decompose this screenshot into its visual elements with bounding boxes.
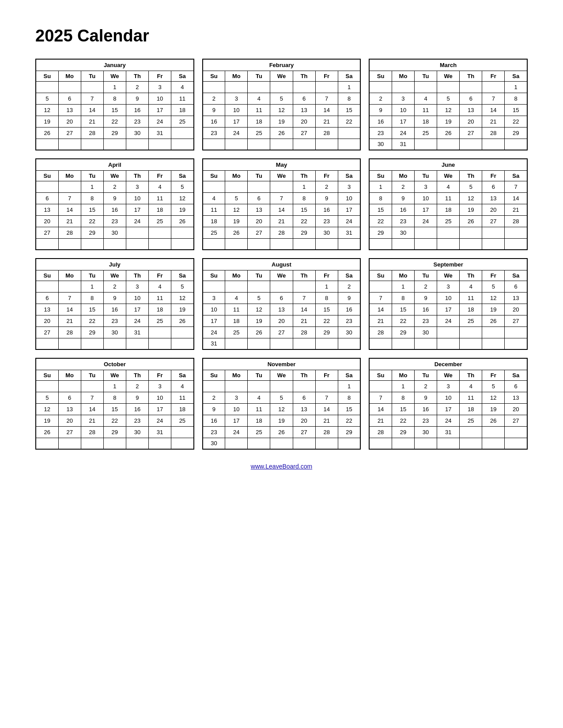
day-cell: 17 bbox=[437, 403, 460, 415]
day-cell: 18 bbox=[148, 204, 171, 215]
day-cell: 9 bbox=[415, 292, 437, 304]
day-cell: 4 bbox=[437, 181, 460, 192]
day-cell: 23 bbox=[203, 127, 225, 139]
day-header-tu: Tu bbox=[81, 71, 103, 81]
day-cell: 20 bbox=[293, 415, 315, 426]
week-row: 23242526272829 bbox=[203, 426, 361, 438]
day-cell bbox=[103, 338, 126, 349]
day-cell: 29 bbox=[315, 326, 338, 338]
day-cell: 1 bbox=[81, 281, 103, 292]
week-row: 1 bbox=[369, 81, 527, 93]
day-cell: 8 bbox=[103, 392, 126, 403]
week-row: 1234 bbox=[36, 380, 194, 392]
day-cell: 16 bbox=[126, 403, 148, 415]
day-header-sa: Sa bbox=[171, 170, 194, 181]
footer-link[interactable]: www.LeaveBoard.com bbox=[35, 463, 528, 470]
day-cell: 7 bbox=[315, 392, 338, 403]
day-cell: 7 bbox=[58, 292, 81, 304]
day-cell bbox=[315, 81, 338, 93]
day-header-sa: Sa bbox=[505, 370, 527, 380]
day-cell bbox=[482, 426, 505, 438]
day-cell: 31 bbox=[392, 139, 414, 150]
day-cell: 22 bbox=[392, 415, 414, 426]
day-header-fr: Fr bbox=[482, 170, 505, 181]
day-cell: 7 bbox=[81, 93, 103, 104]
day-cell: 4 bbox=[171, 81, 194, 93]
day-cell: 21 bbox=[81, 415, 103, 426]
day-cell: 3 bbox=[148, 380, 171, 392]
day-cell: 10 bbox=[338, 192, 360, 204]
day-cell: 23 bbox=[126, 116, 148, 127]
day-cell: 11 bbox=[171, 93, 194, 104]
day-cell: 3 bbox=[225, 392, 248, 403]
day-cell: 30 bbox=[338, 326, 360, 338]
day-cell: 12 bbox=[482, 292, 505, 304]
day-cell bbox=[482, 238, 505, 250]
day-cell: 18 bbox=[248, 415, 270, 426]
day-header-su: Su bbox=[203, 370, 225, 380]
day-cell bbox=[460, 338, 482, 349]
month-title-august: August bbox=[203, 259, 361, 270]
week-row: 891011121314 bbox=[369, 192, 527, 204]
day-cell: 20 bbox=[505, 304, 527, 315]
day-cell: 4 bbox=[203, 192, 225, 204]
day-cell bbox=[248, 81, 270, 93]
month-table-june: JuneSuMoTuWeThFrSa1234567891011121314151… bbox=[369, 158, 528, 250]
day-cell bbox=[338, 139, 360, 150]
day-header-th: Th bbox=[126, 170, 148, 181]
day-cell bbox=[315, 139, 338, 150]
day-cell: 15 bbox=[103, 403, 126, 415]
day-cell: 3 bbox=[437, 380, 460, 392]
day-cell: 19 bbox=[171, 304, 194, 315]
day-cell bbox=[270, 438, 293, 449]
week-row: 12345 bbox=[36, 281, 194, 292]
day-cell: 15 bbox=[103, 104, 126, 116]
day-header-th: Th bbox=[293, 370, 315, 380]
day-cell bbox=[148, 238, 171, 250]
day-cell: 14 bbox=[369, 403, 392, 415]
day-cell: 10 bbox=[126, 292, 148, 304]
week-row: 16171819202122 bbox=[203, 116, 361, 127]
day-header-we: We bbox=[103, 270, 126, 281]
day-cell bbox=[437, 227, 460, 238]
day-header-mo: Mo bbox=[392, 170, 414, 181]
week-row: 19202122232425 bbox=[36, 116, 194, 127]
day-cell: 28 bbox=[270, 227, 293, 238]
day-cell bbox=[460, 426, 482, 438]
day-header-sa: Sa bbox=[505, 71, 527, 81]
day-cell bbox=[338, 238, 360, 250]
day-header-th: Th bbox=[460, 170, 482, 181]
day-cell bbox=[437, 338, 460, 349]
day-cell: 26 bbox=[171, 215, 194, 227]
week-row bbox=[203, 139, 361, 150]
day-cell: 18 bbox=[148, 304, 171, 315]
day-cell: 18 bbox=[460, 304, 482, 315]
day-cell: 28 bbox=[505, 215, 527, 227]
day-cell: 13 bbox=[270, 304, 293, 315]
week-row: 123 bbox=[203, 181, 361, 192]
day-cell: 9 bbox=[203, 104, 225, 116]
day-header-fr: Fr bbox=[315, 170, 338, 181]
day-cell: 11 bbox=[437, 192, 460, 204]
day-header-we: We bbox=[270, 170, 293, 181]
day-cell: 27 bbox=[248, 227, 270, 238]
day-cell: 28 bbox=[58, 227, 81, 238]
day-cell bbox=[270, 181, 293, 192]
day-header-we: We bbox=[437, 270, 460, 281]
day-cell: 8 bbox=[315, 292, 338, 304]
day-cell bbox=[203, 238, 225, 250]
day-cell: 1 bbox=[81, 181, 103, 192]
month-title-february: February bbox=[203, 59, 361, 71]
day-header-fr: Fr bbox=[482, 270, 505, 281]
day-cell: 29 bbox=[369, 227, 392, 238]
day-cell: 24 bbox=[225, 127, 248, 139]
day-cell: 27 bbox=[36, 326, 58, 338]
day-cell: 30 bbox=[415, 426, 437, 438]
day-cell bbox=[315, 238, 338, 250]
day-cell bbox=[203, 81, 225, 93]
day-cell: 12 bbox=[437, 104, 460, 116]
day-cell bbox=[171, 338, 194, 349]
day-cell bbox=[126, 139, 148, 150]
day-cell: 30 bbox=[369, 139, 392, 150]
day-cell bbox=[225, 238, 248, 250]
